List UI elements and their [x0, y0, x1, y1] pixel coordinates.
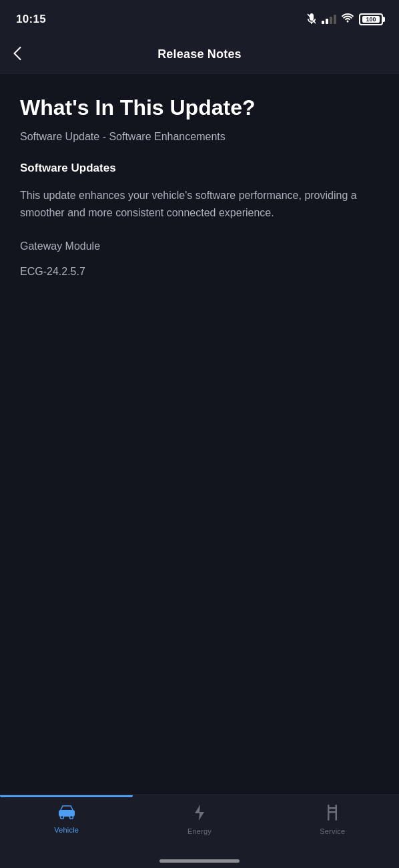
energy-icon	[193, 805, 206, 823]
home-indicator	[159, 859, 240, 863]
svg-rect-8	[328, 807, 337, 809]
tab-bar: Vehicle Energy Service	[0, 795, 399, 868]
battery-icon: 100	[359, 13, 383, 25]
page-title: Release Notes	[157, 47, 242, 61]
service-icon	[325, 805, 340, 823]
tab-service-label: Service	[320, 827, 345, 835]
svg-rect-9	[328, 811, 337, 813]
tab-energy[interactable]: Energy	[133, 802, 266, 835]
wifi-icon	[342, 13, 354, 25]
tab-active-indicator	[0, 795, 133, 797]
main-content: What's In This Update? Software Update -…	[0, 73, 399, 299]
update-description: This update enhances your vehicle's soft…	[20, 187, 379, 221]
status-time: 10:15	[16, 13, 46, 26]
module-name: Gateway Module	[20, 240, 379, 252]
svg-point-3	[69, 816, 73, 819]
update-main-title: What's In This Update?	[20, 95, 379, 120]
status-bar: 10:15 100	[0, 0, 399, 36]
vehicle-icon	[58, 805, 75, 822]
svg-point-2	[60, 816, 63, 819]
tab-service[interactable]: Service	[266, 802, 399, 835]
svg-rect-4	[65, 807, 68, 809]
nav-header: Release Notes	[0, 36, 399, 73]
signal-icon	[322, 15, 336, 24]
tab-vehicle-label: Vehicle	[54, 826, 79, 834]
status-icons: 100	[307, 13, 383, 26]
tab-energy-label: Energy	[187, 827, 212, 835]
version-code: ECG-24.2.5.7	[20, 266, 379, 278]
update-subtitle: Software Update - Software Enhancements	[20, 131, 379, 143]
section-title: Software Updates	[20, 162, 379, 175]
svg-marker-5	[195, 805, 204, 821]
mute-icon	[307, 13, 316, 26]
back-button[interactable]	[13, 47, 21, 63]
tab-vehicle[interactable]: Vehicle	[0, 802, 133, 834]
